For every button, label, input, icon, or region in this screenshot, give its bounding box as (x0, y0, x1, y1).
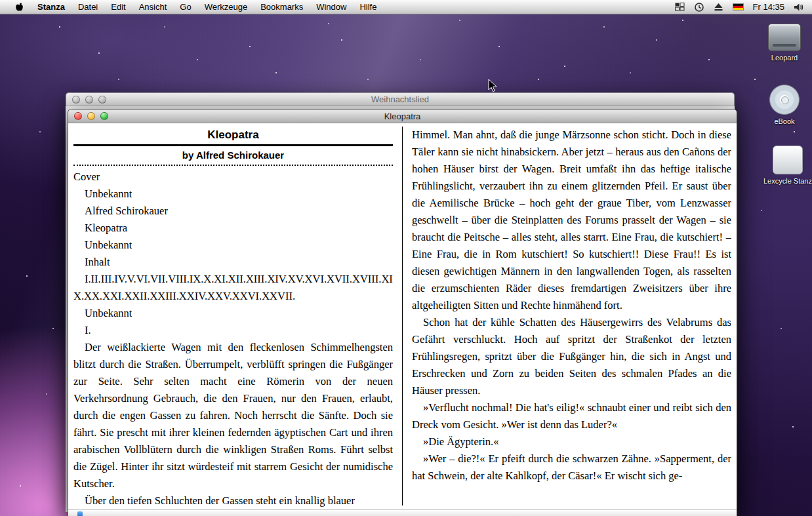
reader-status-icon[interactable] (77, 511, 83, 516)
book-paragraph: I.II.III.IV.V.VI.VII.VIII.IX.X.XI.XII.XI… (73, 271, 393, 305)
menu-item-app-name[interactable]: Stanza (31, 0, 71, 14)
book-paragraph: Alfred Schirokauer (73, 203, 393, 220)
menu-bar: Stanza Datei Edit Ansicht Go Werkzeuge B… (0, 0, 812, 14)
titlebar-weihnachtslied[interactable]: Weihnachtslied (66, 92, 735, 106)
keyboard-layout-flag-icon[interactable] (733, 3, 744, 10)
time-machine-icon[interactable] (694, 2, 704, 12)
menu-bar-status-area: Fr 14:35 (675, 2, 804, 12)
close-button[interactable] (74, 112, 82, 120)
external-drive-icon (773, 146, 803, 174)
book-paragraph: Cover (73, 169, 393, 186)
menu-item-edit[interactable]: Edit (104, 0, 132, 14)
menu-item-bookmarks[interactable]: Bookmarks (254, 0, 310, 14)
column-divider (402, 127, 403, 506)
spaces-icon[interactable] (675, 3, 685, 11)
desktop-icon-label: Lexcycle Stanz (760, 177, 812, 185)
menu-item-datei[interactable]: Datei (71, 0, 104, 14)
book-paragraph: Unbekannt (73, 186, 393, 203)
desktop-icon-lexcycle-stanza[interactable]: Lexcycle Stanz (760, 146, 812, 185)
menu-item-go[interactable]: Go (173, 0, 197, 14)
book-paragraph: »Die Ägypterin.« (412, 433, 731, 450)
desktop-icon-label: Leopard (756, 54, 812, 62)
close-button[interactable] (72, 96, 80, 104)
book-paragraph: Der weißlackierte Wagen mit den fleckenl… (73, 339, 393, 492)
byline-rule (73, 165, 393, 166)
desktop-icon-leopard[interactable]: Leopard (756, 24, 812, 62)
cd-disc-icon (769, 85, 800, 115)
mouse-cursor (488, 79, 497, 95)
reader-bottom-bar (68, 509, 737, 516)
window-title: Weihnachtslied (66, 94, 734, 104)
book-page-left: Kleopatra by Alfred Schirokauer Cover Un… (73, 127, 393, 516)
zoom-button[interactable] (100, 112, 108, 120)
menu-bar-clock[interactable]: Fr 14:35 (753, 2, 784, 12)
book-paragraph: »Verflucht nochmal! Die hat's eilig!« sc… (412, 399, 731, 433)
window-controls (72, 96, 106, 104)
minimize-button[interactable] (85, 96, 93, 104)
book-title: Kleopatra (73, 127, 393, 143)
minimize-button[interactable] (87, 112, 95, 120)
desktop-icon-label: eBook (756, 117, 812, 125)
eject-icon[interactable] (714, 3, 723, 11)
menu-bar-left: Stanza Datei Edit Ansicht Go Werkzeuge B… (8, 0, 383, 14)
book-paragraph: Unbekannt (73, 237, 393, 254)
menu-item-hilfe[interactable]: Hilfe (353, 0, 383, 14)
book-byline: by Alfred Schirokauer (73, 146, 393, 164)
book-paragraph: Schon hat der kühle Schatten des Häuserg… (412, 314, 731, 399)
desktop-icon-ebook[interactable]: eBook (756, 85, 812, 125)
window-controls (74, 112, 108, 120)
book-paragraph: Kleopatra (73, 220, 393, 237)
window-kleopatra: Kleopatra Kleopatra by Alfred Schirokaue… (68, 109, 737, 516)
apple-menu[interactable] (8, 2, 31, 12)
book-paragraph: I. (73, 322, 393, 339)
book-paragraph: Über den tiefen Schluchten der Gassen st… (73, 492, 393, 509)
book-page-right: Himmel. Man ahnt, daß die junge Märzsonn… (412, 127, 731, 516)
zoom-button[interactable] (98, 96, 106, 104)
book-reader-pane[interactable]: Kleopatra by Alfred Schirokauer Cover Un… (68, 123, 737, 516)
book-paragraph: Unbekannt (73, 305, 393, 322)
book-paragraph: Himmel. Man ahnt, daß die junge Märzsonn… (412, 127, 731, 314)
menu-item-window[interactable]: Window (310, 0, 353, 14)
internal-drive-icon (768, 24, 801, 51)
menu-item-werkzeuge[interactable]: Werkzeuge (198, 0, 254, 14)
book-paragraph: »Wer – die?!« Er pfeift durch die schwar… (412, 450, 731, 485)
volume-icon[interactable] (794, 3, 804, 12)
menu-item-ansicht[interactable]: Ansicht (132, 0, 174, 14)
titlebar-kleopatra[interactable]: Kleopatra (68, 109, 737, 123)
window-title: Kleopatra (68, 111, 737, 121)
apple-logo-icon (14, 2, 24, 12)
book-paragraph: Inhalt (73, 254, 393, 271)
